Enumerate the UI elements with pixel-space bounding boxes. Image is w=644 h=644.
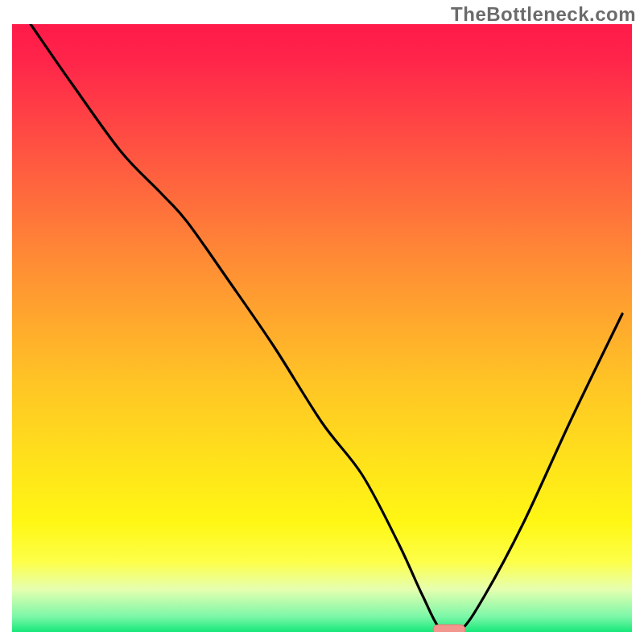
plot-background xyxy=(12,24,632,632)
chart-stage: TheBottleneck.com xyxy=(0,0,644,644)
optimal-marker xyxy=(433,625,465,634)
bottleneck-chart xyxy=(0,0,644,644)
watermark-text: TheBottleneck.com xyxy=(451,3,636,26)
